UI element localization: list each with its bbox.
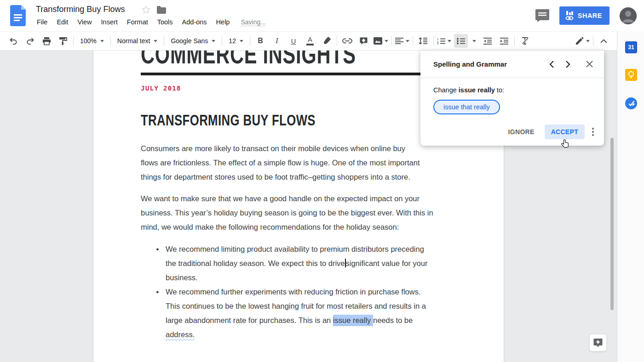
suggestion-pill[interactable]: issue that really [433,100,500,114]
previous-suggestion-button[interactable] [549,61,554,68]
toolbar-separator [433,36,434,46]
keep-icon[interactable] [625,69,637,81]
editing-mode-button[interactable] [575,34,590,48]
menu-tools[interactable]: Tools [153,17,178,28]
doc-text-line: mind, we would make the following recomm… [141,220,452,234]
menu-format[interactable]: Format [122,17,153,28]
change-prompt: Change issue really to: [433,86,591,94]
menu-insert[interactable]: Insert [97,17,122,28]
doc-text-line: We want to make sure that we have a good… [141,192,452,206]
highlight-color-button[interactable] [320,34,334,48]
explore-icon [593,338,603,348]
doc-text: We want to make sure that we have a good… [141,194,420,203]
paragraph-style-select[interactable]: Normal text [114,34,161,48]
doc-text-line: business. This year’s holiday buying sea… [141,206,452,220]
collapse-toolbar-button[interactable] [597,34,610,48]
doc-date: JULY 2018 [141,85,452,93]
google-docs-logo-icon[interactable] [10,5,26,26]
doc-text: business. This year’s holiday buying sea… [141,209,433,217]
toolbar-separator [250,36,250,46]
decrease-indent-button[interactable] [481,34,494,48]
folder-icon[interactable] [157,6,166,14]
next-suggestion-button[interactable] [566,61,570,68]
toolbar-separator [593,36,593,46]
toolbar-separator [73,36,74,46]
menu-addons[interactable]: Add-ons [178,17,212,28]
paint-format-button[interactable] [56,34,70,48]
vertical-scrollbar[interactable] [610,138,614,310]
doc-text-line: large abandonment rate for purchases. Th… [141,313,452,328]
chevron-down-icon [385,40,388,42]
doc-text: large abandonment rate for purchases. Th… [166,316,333,324]
bullet-item[interactable]: ●We recommend limiting product availabil… [141,242,452,285]
line-spacing-button[interactable] [416,34,430,48]
ignore-button[interactable]: IGNORE [503,124,540,139]
doc-text-line: things for department stores used to be … [141,170,452,184]
doc-text: needs to be [373,316,413,324]
comment-history-icon[interactable] [535,9,549,22]
add-comment-button[interactable] [357,34,371,48]
document-title[interactable]: Transforming Buy Flows [36,5,125,14]
menu-bar: File Edit View Insert Format Tools Add-o… [32,17,266,28]
zoom-select[interactable]: 100% [77,34,107,48]
share-button[interactable]: SHARE [559,6,610,25]
text-color-button[interactable]: A [303,34,317,48]
print-button[interactable] [40,34,53,48]
chevron-down-icon [586,40,590,42]
style-value: Normal text [117,37,150,45]
doc-text: the traditional holiday season. We expec… [166,259,345,267]
font-size-select[interactable]: 12 [225,34,247,48]
calendar-icon[interactable]: 31 [625,41,637,53]
insert-image-button[interactable] [374,34,388,48]
saving-status[interactable]: Saving... [241,17,265,26]
star-icon[interactable] [142,6,150,14]
tasks-icon[interactable] [625,97,637,109]
document-body[interactable]: COMMERCE INSIGHTS JULY 2018 TRANSFORMING… [141,51,452,342]
menu-file[interactable]: File [32,17,52,28]
more-options-icon[interactable] [589,126,597,138]
bulleted-list-button[interactable] [454,34,468,48]
popup-title: Spelling and Grammar [433,60,549,68]
bold-button[interactable]: B [253,34,267,48]
close-icon[interactable] [586,61,593,68]
underline-button[interactable]: U [287,34,300,48]
increase-indent-button[interactable] [497,34,511,48]
doc-text-line: business. [141,271,452,285]
doc-text: significant value for your [346,259,428,267]
doc-text: mind, we would make the following recomm… [141,223,399,231]
doc-text-line: the traditional holiday season. We expec… [141,256,452,271]
top-bar: Transforming Buy Flows File Edit View In… [0,0,644,31]
doc-heading: TRANSFORMING BUY FLOWS [141,111,452,130]
doc-text-line: Consumers are more likely to transact on… [141,141,452,156]
doc-text: flows are frictionless. The effect of a … [141,158,420,167]
toolbar-separator [164,36,164,46]
italic-button[interactable]: I [270,34,284,48]
menu-view[interactable]: View [73,17,96,28]
chevron-down-icon[interactable] [472,40,476,42]
account-avatar[interactable] [620,7,637,24]
align-button[interactable] [395,34,409,48]
numbered-list-button[interactable]: 123 [437,34,451,48]
undo-button[interactable] [6,34,20,48]
bullet-item[interactable]: ●We recommend further experiments with r… [141,285,452,342]
paragraph[interactable]: We want to make sure that we have a good… [141,192,452,234]
toolbar-separator [337,36,337,46]
spelling-grammar-popup: Spelling and Grammar Change issue really… [420,51,604,146]
chevron-down-icon [154,40,157,42]
redo-button[interactable] [23,34,37,48]
accept-button[interactable]: ACCEPT [545,124,585,139]
explore-button[interactable] [589,334,607,351]
doc-text: Consumers are more likely to transact on… [141,144,405,153]
bullet-glyph: ● [156,285,159,299]
svg-text:3: 3 [437,42,439,45]
paragraph[interactable]: Consumers are more likely to transact on… [141,141,452,184]
menu-edit[interactable]: Edit [52,17,73,28]
menu-help[interactable]: Help [212,17,235,28]
selected-text: issue really [333,315,373,326]
clear-formatting-button[interactable] [518,34,532,48]
share-lock-icon [565,11,574,21]
insert-link-button[interactable] [340,34,354,48]
change-term: issue really [459,86,495,94]
font-select[interactable]: Google Sans [167,34,218,48]
google-apps-side-rail: 31 [617,31,644,362]
